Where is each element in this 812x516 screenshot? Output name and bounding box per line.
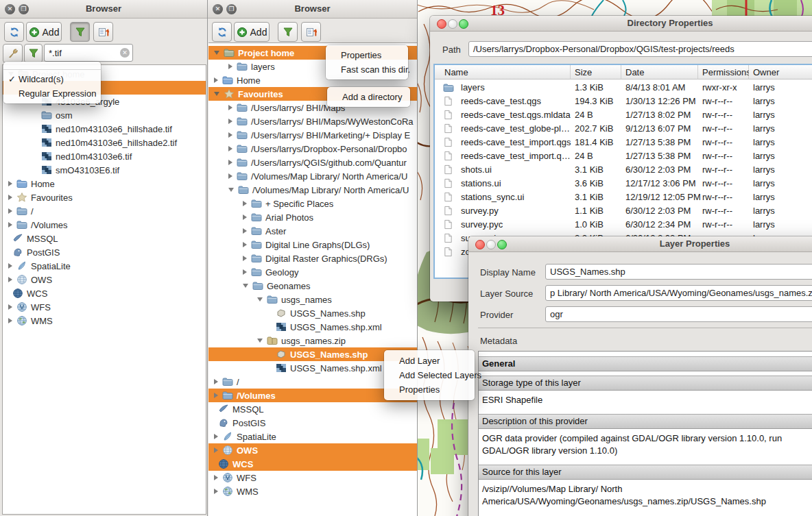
table-row[interactable]: reeds-cave_test.qgs.mldata24 B1/27/13 8:… [435,108,812,122]
table-row[interactable]: layers1.3 KiB8/4/13 8:01 AMrwxr-xr-xlarr… [435,81,812,95]
filter-toggle-button[interactable] [278,22,298,42]
path-field[interactable]: /Users/larrys/Dropbox-Personal/Dropbox/Q… [468,41,812,57]
apply-filter-button[interactable] [24,44,43,63]
tree-item[interactable]: OWS [208,443,417,457]
tree-item[interactable]: USGS_Names.shp.xml [208,320,417,334]
chevron-right-icon[interactable] [8,222,12,228]
tree-item[interactable]: Favourites [3,191,206,204]
chevron-down-icon[interactable] [228,188,234,192]
tree-item[interactable]: MSSQL [208,402,417,416]
chevron-right-icon[interactable] [228,105,232,110]
chevron-right-icon[interactable] [243,228,247,234]
tree-item[interactable]: Home [3,177,206,191]
chevron-right-icon[interactable] [228,146,232,151]
chevron-right-icon[interactable] [228,160,232,165]
chevron-right-icon[interactable] [8,181,12,186]
layer-source-field[interactable]: p Library/ North America/USA/Wyoming/Geo… [545,285,812,301]
tree-item[interactable]: PostGIS [3,245,206,259]
table-row[interactable]: reeds-cave_test_globe-pl…202.7 KiB9/12/1… [435,122,812,136]
menu-item[interactable]: Add Layer [384,354,475,368]
menu-item[interactable]: ✓Wildcard(s) [3,72,101,86]
tree-item[interactable]: usgs_names.zip [208,334,417,347]
chevron-right-icon[interactable] [214,393,218,398]
column-header[interactable]: Name [435,65,571,79]
chevron-down-icon[interactable] [214,92,219,96]
chevron-right-icon[interactable] [228,64,232,69]
chevron-right-icon[interactable] [243,214,247,220]
collapse-all-button[interactable] [93,22,113,42]
tree-item[interactable]: /Users/larrys/Dropbox-Personal/Dropbo [208,142,417,156]
chevron-down-icon[interactable] [214,51,219,55]
add-button[interactable]: Add [26,22,62,42]
menu-item[interactable]: Add Selected Layers [384,368,475,382]
column-header[interactable]: Permissions [698,65,749,79]
chevron-down-icon[interactable] [257,339,263,343]
chevron-right-icon[interactable] [243,242,247,247]
metadata-box[interactable]: GeneralStorage type of this layerESRI Sh… [478,351,812,516]
chevron-right-icon[interactable] [228,132,232,138]
tree-item[interactable]: OWS [3,273,206,286]
menu-item[interactable]: Regular Expression [3,86,101,101]
chevron-right-icon[interactable] [8,304,12,310]
column-header[interactable]: Size [571,65,621,79]
chevron-down-icon[interactable] [243,284,248,288]
tree-item[interactable]: Geology [208,265,417,279]
tree-item[interactable]: smO43103E6.tif [3,163,206,177]
tree-item[interactable]: SpatiaLite [208,430,417,443]
tree-item[interactable]: /Volumes/Map Library/ North America/U [208,169,417,183]
tree-item[interactable]: WCS [208,457,417,471]
chevron-right-icon[interactable] [214,379,218,384]
tree-item[interactable]: ned10m43103e6_hillshade2.tif [3,136,206,149]
chevron-right-icon[interactable] [243,201,247,206]
tree-item[interactable]: SpatiaLite [3,259,206,273]
tree-item[interactable]: Aster [208,224,417,238]
chevron-right-icon[interactable] [214,475,218,480]
table-row[interactable]: stations.ui3.6 KiB12/17/12 3:06 PMrw-r--… [435,177,812,191]
tree-item[interactable]: Digital Line Graphs(DLGs) [208,238,417,251]
menu-item[interactable]: Properties [326,48,408,62]
tree-item[interactable]: WCS [3,286,206,300]
tree-item[interactable]: WMS [208,484,417,498]
chevron-right-icon[interactable] [243,256,247,261]
chevron-right-icon[interactable] [8,277,12,282]
menu-item[interactable]: Add a directory [327,90,410,104]
tree-item[interactable]: WMS [3,314,206,328]
chevron-right-icon[interactable] [243,269,247,275]
tree-item[interactable]: WFS [208,471,417,484]
filter-options-button[interactable] [3,44,23,63]
refresh-button[interactable] [212,22,232,42]
clear-filter-icon[interactable]: ✕ [120,48,130,58]
table-row[interactable]: survey.py1.1 KiB6/30/12 2:03 PMrw-r--r--… [435,204,812,218]
refresh-button[interactable] [4,22,24,42]
table-row[interactable]: stations_sync.ui3.1 KiB12/19/12 12:05 PM… [435,191,812,204]
tree-item[interactable]: /Volumes/Map Library/ North America/U [208,183,417,197]
table-row[interactable]: reeds-cave_test.qgs194.3 KiB1/30/13 12:2… [435,95,812,108]
add-button[interactable]: Add [234,22,270,42]
tree-item[interactable]: /Users/larrys/ BHI/Maps/WyWestonCoRa [208,114,417,128]
chevron-right-icon[interactable] [214,489,218,494]
chevron-down-icon[interactable] [257,297,263,302]
tree-item[interactable]: PostGIS [208,416,417,430]
chevron-right-icon[interactable] [214,434,218,439]
tree-item[interactable]: /Users/larrys/QGIS/github.com/Quantur [208,156,417,169]
tree-item[interactable]: USGS_Names.shp [208,306,417,320]
tree-item[interactable]: osm [3,108,206,122]
collapse-all-button[interactable] [301,22,321,42]
tree-item[interactable]: Geonames [208,279,417,293]
menu-item[interactable]: Properties [384,382,475,397]
column-header[interactable]: Owner [749,65,812,79]
tree-item[interactable]: WFS [3,300,206,314]
tree-item[interactable]: usgs_names [208,293,417,306]
window-titlebar[interactable]: Directory Properties [430,16,812,32]
tree-item[interactable]: + Specific Places [208,197,417,210]
menu-item[interactable]: Fast scan this dir. [326,62,408,77]
filter-toggle-button[interactable] [70,22,90,42]
chevron-right-icon[interactable] [214,77,218,83]
chevron-right-icon[interactable] [8,208,12,214]
tree-item[interactable]: / [3,204,206,218]
tree-item[interactable]: Arial Photos [208,210,417,224]
chevron-right-icon[interactable] [8,263,12,269]
tree-item[interactable]: /Volumes [3,218,206,232]
chevron-right-icon[interactable] [228,173,232,179]
table-row[interactable]: reeds-cave_test_import.q…24 B1/27/13 5:3… [435,149,812,163]
